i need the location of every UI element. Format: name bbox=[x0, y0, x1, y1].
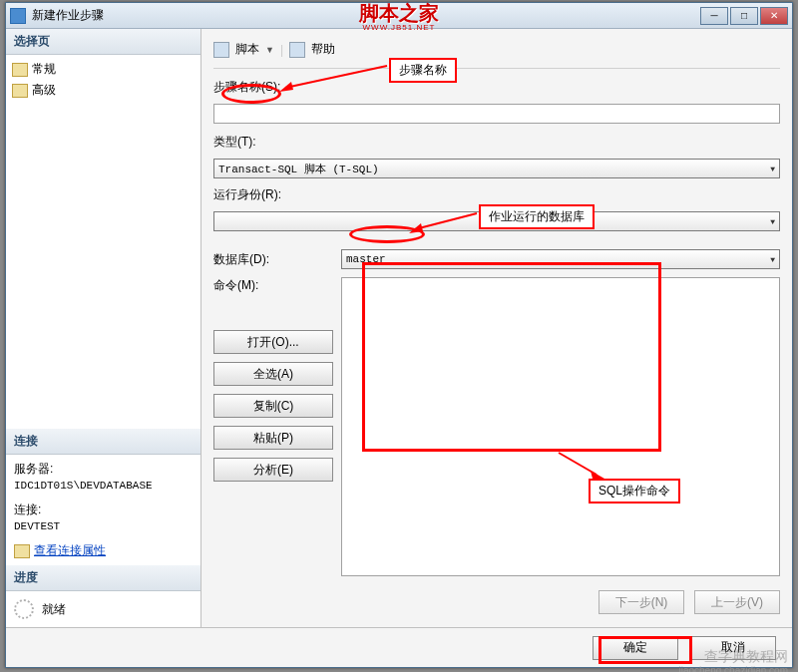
server-value: IDC1DT01S\DEVDATABASE bbox=[14, 480, 193, 492]
prev-button[interactable]: 上一步(V) bbox=[694, 590, 780, 614]
toolbar: 脚本 ▼ | 帮助 bbox=[213, 37, 780, 69]
sidebar-item-advanced[interactable]: 高级 bbox=[6, 80, 200, 101]
step-name-input[interactable] bbox=[213, 104, 780, 124]
content-area: 选择页 常规 高级 连接 服务器: IDC1DT01S\DEVDATABASE … bbox=[6, 29, 792, 627]
command-buttons: 打开(O)... 全选(A) 复制(C) 粘贴(P) 分析(E) bbox=[213, 330, 333, 482]
sidebar-item-label: 高级 bbox=[32, 82, 56, 99]
step-name-label: 步骤名称(S): bbox=[213, 79, 333, 96]
analyze-button[interactable]: 分析(E) bbox=[213, 458, 333, 482]
open-button[interactable]: 打开(O)... bbox=[213, 330, 333, 354]
script-dropdown[interactable]: 脚本 bbox=[235, 41, 259, 58]
connection-info: 服务器: IDC1DT01S\DEVDATABASE 连接: DEVTEST 查… bbox=[6, 455, 200, 565]
main-panel: 脚本 ▼ | 帮助 步骤名称(S): 类型(T): Transact-SQL 脚… bbox=[201, 29, 792, 627]
view-connection-properties-link[interactable]: 查看连接属性 bbox=[34, 542, 106, 559]
script-icon bbox=[213, 42, 229, 58]
help-icon bbox=[289, 42, 305, 58]
dialog-window: 新建作业步骤 ─ □ ✕ 选择页 常规 高级 连接 服务器: bbox=[5, 2, 793, 668]
progress-header: 进度 bbox=[6, 565, 200, 591]
page-icon bbox=[12, 63, 28, 77]
chevron-down-icon: ▼ bbox=[770, 255, 775, 264]
maximize-button[interactable]: □ bbox=[730, 7, 758, 25]
server-label: 服务器: bbox=[14, 461, 193, 478]
brand-watermark: 脚本之家 WWW.JB51.NET bbox=[359, 0, 439, 32]
command-area: 命令(M): 打开(O)... 全选(A) 复制(C) 粘贴(P) 分析(E) bbox=[213, 277, 780, 576]
type-combobox[interactable]: Transact-SQL 脚本 (T-SQL) ▼ bbox=[213, 159, 780, 178]
database-label: 数据库(D): bbox=[213, 251, 333, 268]
dialog-footer: 确定 取消 bbox=[6, 627, 792, 667]
annotation-db: 作业运行的数据库 bbox=[479, 204, 595, 229]
help-button[interactable]: 帮助 bbox=[311, 41, 335, 58]
progress-block: 就绪 bbox=[6, 591, 200, 627]
spinner-icon bbox=[14, 599, 34, 619]
copy-button[interactable]: 复制(C) bbox=[213, 394, 333, 418]
wizard-nav: 下一步(N) 上一步(V) bbox=[213, 590, 780, 614]
database-value: master bbox=[346, 253, 386, 265]
minimize-button[interactable]: ─ bbox=[700, 7, 728, 25]
connection-header: 连接 bbox=[6, 429, 200, 455]
watermark-main: 查字典教程网 bbox=[704, 648, 788, 666]
chevron-down-icon: ▼ bbox=[265, 45, 274, 55]
select-page-items: 常规 高级 bbox=[6, 55, 200, 111]
ok-button[interactable]: 确定 bbox=[593, 636, 678, 660]
select-page-header: 选择页 bbox=[6, 29, 200, 55]
annotation-step-name: 步骤名称 bbox=[389, 58, 457, 83]
chevron-down-icon: ▼ bbox=[770, 165, 775, 173]
paste-button[interactable]: 粘贴(P) bbox=[213, 426, 333, 450]
sidebar-item-general[interactable]: 常规 bbox=[6, 59, 200, 80]
annotation-sql: SQL操作命令 bbox=[589, 479, 680, 504]
select-all-button[interactable]: 全选(A) bbox=[213, 362, 333, 386]
watermark-sub: jiaocheng.chazidian.com bbox=[678, 665, 788, 672]
database-combobox[interactable]: master ▼ bbox=[341, 249, 780, 269]
command-textarea[interactable] bbox=[341, 277, 780, 576]
sidebar: 选择页 常规 高级 连接 服务器: IDC1DT01S\DEVDATABASE … bbox=[6, 29, 201, 627]
properties-icon bbox=[14, 544, 30, 558]
close-button[interactable]: ✕ bbox=[760, 7, 788, 25]
progress-status: 就绪 bbox=[42, 601, 66, 618]
type-value: Transact-SQL 脚本 (T-SQL) bbox=[218, 162, 379, 176]
brand-sub: WWW.JB51.NET bbox=[359, 23, 439, 32]
type-label: 类型(T): bbox=[213, 134, 333, 151]
runas-label: 运行身份(R): bbox=[213, 186, 333, 203]
chevron-down-icon: ▼ bbox=[770, 217, 775, 226]
app-icon bbox=[10, 8, 26, 24]
sidebar-item-label: 常规 bbox=[32, 61, 56, 78]
page-icon bbox=[12, 84, 28, 98]
next-button[interactable]: 下一步(N) bbox=[598, 590, 684, 614]
connection-value: DEVTEST bbox=[14, 520, 193, 532]
command-label: 命令(M): bbox=[213, 277, 333, 294]
connection-label: 连接: bbox=[14, 502, 193, 518]
window-controls: ─ □ ✕ bbox=[700, 7, 788, 25]
